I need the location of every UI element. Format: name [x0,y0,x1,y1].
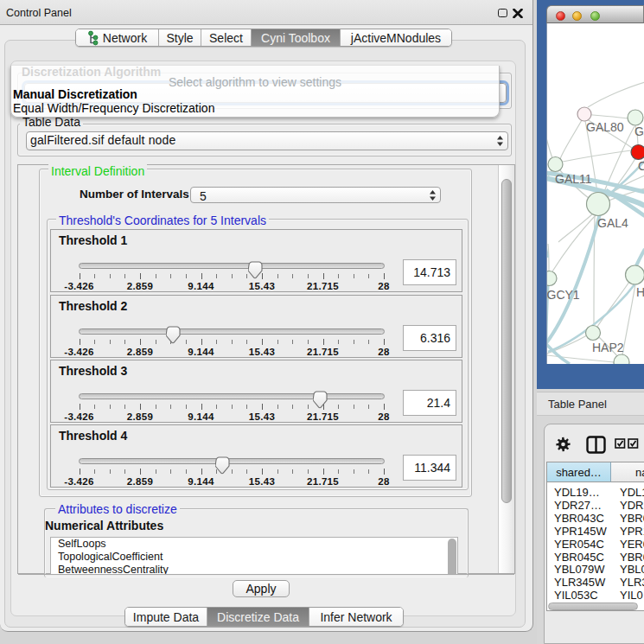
svg-text:C: C [638,159,644,173]
svg-text:HAP2: HAP2 [592,341,624,354]
svg-text:GAL80: GAL80 [586,120,624,134]
svg-text:HI: HI [636,285,644,299]
svg-text:GA: GA [634,124,644,138]
svg-text:GAL4: GAL4 [597,216,628,230]
svg-text:GAL11: GAL11 [555,172,592,186]
svg-text:GCY1: GCY1 [547,288,580,302]
